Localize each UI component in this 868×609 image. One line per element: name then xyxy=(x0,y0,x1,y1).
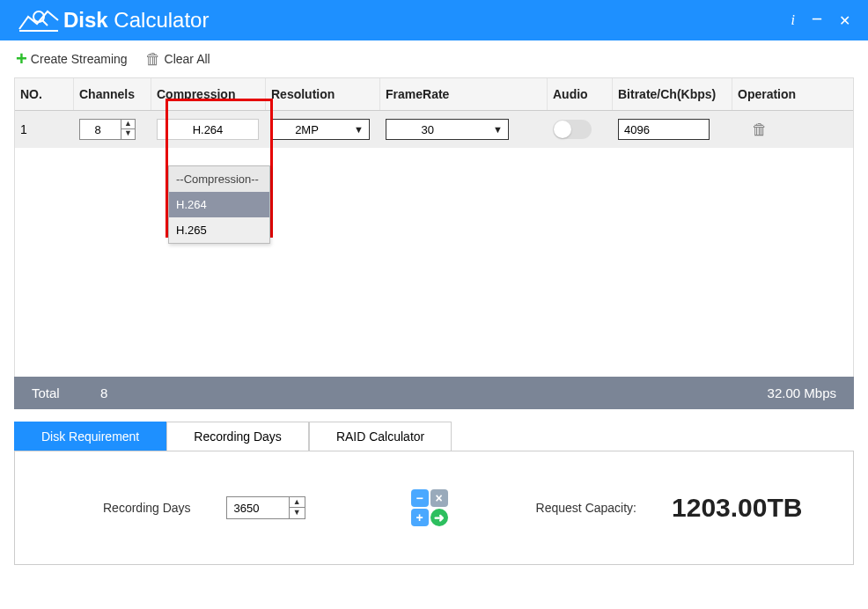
framerate-value: 30 xyxy=(422,123,434,136)
cell-no: 1 xyxy=(15,111,74,148)
trash-icon: 🗑 xyxy=(145,50,161,69)
resolution-value: 2MP xyxy=(295,123,319,136)
framerate-select[interactable]: 30 ▼ xyxy=(386,119,509,140)
bitrate-input[interactable] xyxy=(618,119,710,140)
delete-row-button[interactable]: 🗑 xyxy=(752,121,768,139)
clear-all-button[interactable]: 🗑 Clear All xyxy=(145,50,210,69)
dropdown-option-h265[interactable]: H.265 xyxy=(169,217,269,243)
audio-toggle[interactable] xyxy=(553,120,592,139)
bottom-panel: Recording Days ▲▼ −× +➜ Request Capacity… xyxy=(14,451,854,565)
tabs: Disk Requirement Recording Days RAID Cal… xyxy=(14,422,854,451)
dropdown-option-h264[interactable]: H.264 xyxy=(169,192,269,217)
request-capacity-label: Request Capacity: xyxy=(536,501,636,515)
recording-days-label: Recording Days xyxy=(103,501,191,515)
spin-down-icon[interactable]: ▼ xyxy=(121,129,135,139)
table-row: 1 ▲▼ H.264 2MP ▼ 30 ▼ xyxy=(15,111,853,148)
streaming-table: NO. Channels Compression Resolution Fram… xyxy=(14,77,854,377)
col-operation: Operation xyxy=(732,78,853,110)
close-button[interactable]: ✕ xyxy=(839,12,850,29)
tab-disk-requirement[interactable]: Disk Requirement xyxy=(14,422,166,451)
total-bitrate: 32.00 Mbps xyxy=(768,385,836,400)
total-row: Total 8 32.00 Mbps xyxy=(14,377,854,409)
app-logo xyxy=(18,8,60,33)
recording-days-input[interactable] xyxy=(227,502,280,515)
channels-input[interactable] xyxy=(80,123,115,136)
title-bar: Disk Calculator i – ✕ xyxy=(0,0,868,40)
chart-logo-icon xyxy=(18,8,60,33)
total-channels: 8 xyxy=(100,385,107,400)
resolution-select[interactable]: 2MP ▼ xyxy=(271,119,370,140)
spin-down-icon[interactable]: ▼ xyxy=(290,508,305,518)
plus-icon: + xyxy=(16,49,27,69)
col-resolution: Resolution xyxy=(266,78,380,110)
table-header: NO. Channels Compression Resolution Fram… xyxy=(15,78,853,111)
recording-days-spinbox[interactable]: ▲▼ xyxy=(226,496,305,519)
caret-down-icon: ▼ xyxy=(493,124,503,135)
info-button[interactable]: i xyxy=(791,12,795,28)
dropdown-header: --Compression-- xyxy=(169,166,269,192)
col-channels: Channels xyxy=(74,78,151,110)
spin-up-icon[interactable]: ▲ xyxy=(290,497,305,508)
calculator-icon[interactable]: −× +➜ xyxy=(411,489,448,526)
app-title: Disk Calculator xyxy=(63,8,209,33)
col-framerate: FrameRate xyxy=(380,78,548,110)
tab-raid-calculator[interactable]: RAID Calculator xyxy=(309,422,452,451)
toolbar: + Create Streaming 🗑 Clear All xyxy=(0,40,868,77)
clear-all-label: Clear All xyxy=(165,52,210,66)
create-streaming-button[interactable]: + Create Streaming xyxy=(16,49,128,69)
minimize-button[interactable]: – xyxy=(813,8,821,28)
channels-spinbox[interactable]: ▲▼ xyxy=(79,119,136,140)
col-audio: Audio xyxy=(548,78,613,110)
svg-line-1 xyxy=(42,20,48,26)
col-no: NO. xyxy=(15,78,74,110)
total-label: Total xyxy=(32,385,100,400)
caret-down-icon: ▼ xyxy=(354,124,364,135)
capacity-value: 1203.00TB xyxy=(672,493,802,523)
compression-dropdown: --Compression-- H.264 H.265 xyxy=(168,165,270,244)
create-streaming-label: Create Streaming xyxy=(31,52,128,66)
col-bitrate: Bitrate/Ch(Kbps) xyxy=(613,78,732,110)
tab-recording-days[interactable]: Recording Days xyxy=(166,422,309,451)
